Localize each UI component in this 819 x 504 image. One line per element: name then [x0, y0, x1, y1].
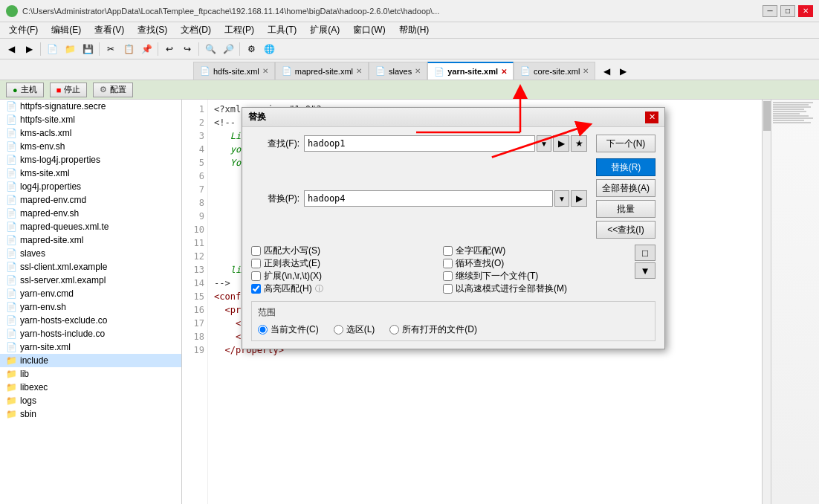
toolbar-open[interactable]: 📁 [62, 41, 78, 57]
find-action-buttons: 下一个(N) [596, 135, 655, 152]
sidebar-item-httpfs-site[interactable]: 📄 httpfs-site.xml [0, 113, 181, 126]
scrollbar-thumb[interactable] [763, 101, 771, 131]
sidebar-item-yarn-site[interactable]: 📄 yarn-site.xml [0, 340, 181, 354]
checkbox-whole-word-input[interactable] [443, 246, 453, 256]
toolbar-back[interactable]: ◀ [3, 41, 19, 57]
dialog-close-button[interactable]: ✕ [645, 112, 658, 123]
find-back-button[interactable]: <<查找(I) [596, 221, 655, 239]
config-button[interactable]: ⚙ 配置 [93, 83, 133, 97]
file-icon: 📄 [6, 329, 17, 339]
minimize-button[interactable]: ─ [763, 5, 777, 17]
find-input[interactable] [304, 135, 535, 152]
batch-button[interactable]: 批量 [596, 200, 655, 218]
sidebar-item-ssl-client[interactable]: 📄 ssl-client.xml.example [0, 260, 181, 274]
toolbar-paste[interactable]: 📌 [138, 41, 155, 57]
replace-button[interactable]: 替换(R) [596, 158, 655, 176]
checkbox-regex-input[interactable] [251, 259, 261, 268]
sidebar-item-ssl-server[interactable]: 📄 ssl-server.xml.exampl [0, 274, 181, 287]
sidebar-item-httpfs-sig[interactable]: 📄 httpfs-signature.secre [0, 100, 181, 113]
toolbar-undo[interactable]: ↩ [161, 41, 178, 57]
tab-yarn-site-close[interactable]: ✕ [501, 68, 507, 76]
sidebar-item-slaves[interactable]: 📄 slaves [0, 247, 181, 260]
replace-all-button[interactable]: 全部替换(A) [596, 179, 655, 197]
sidebar-item-log4j[interactable]: 📄 log4j.properties [0, 180, 181, 193]
checkbox-extend-input[interactable] [251, 271, 261, 281]
checkbox-highspeed-input[interactable] [443, 284, 453, 294]
extra-btn-2[interactable]: ▼ [635, 262, 655, 279]
find-arrow-button[interactable]: ▶ [553, 135, 569, 152]
menu-extend[interactable]: 扩展(A) [304, 22, 346, 38]
sidebar-item-kms-log4j[interactable]: 📄 kms-log4j.properties [0, 153, 181, 167]
toolbar-cut[interactable]: ✂ [103, 41, 119, 57]
tab-hdfs-site-close[interactable]: ✕ [262, 67, 268, 75]
checkbox-loop-input[interactable] [443, 259, 453, 268]
host-button[interactable]: ● 主机 [6, 83, 44, 97]
menu-file[interactable]: 文件(F) [3, 22, 44, 38]
menu-window[interactable]: 窗口(W) [347, 22, 391, 38]
toolbar-save[interactable]: 💾 [80, 41, 96, 57]
extra-btn-1[interactable]: □ [635, 245, 655, 261]
menu-project[interactable]: 工程(P) [218, 22, 260, 38]
sidebar-item-kms-env[interactable]: 📄 kms-env.sh [0, 140, 181, 153]
find-star-button[interactable]: ★ [571, 135, 587, 152]
range-title: 范围 [258, 306, 649, 319]
sidebar-item-mapred-site[interactable]: 📄 mapred-site.xml [0, 233, 181, 247]
toolbar-web[interactable]: 🌐 [261, 41, 277, 57]
sidebar-item-kms-site[interactable]: 📄 kms-site.xml [0, 167, 181, 180]
range-selection-radio[interactable] [334, 325, 343, 335]
menu-help[interactable]: 帮助(H) [393, 22, 436, 38]
checkbox-case-input[interactable] [251, 246, 261, 256]
sidebar-item-sbin[interactable]: 📁 sbin [0, 407, 181, 421]
menu-doc[interactable]: 文档(D) [175, 22, 217, 38]
toolbar-forward[interactable]: ▶ [21, 41, 37, 57]
toolbar-redo[interactable]: ↪ [179, 41, 195, 57]
sidebar-item-yarn-hosts-incl[interactable]: 📄 yarn-hosts-include.co [0, 327, 181, 340]
tab-slaves[interactable]: 📄 slaves ✕ [369, 62, 427, 80]
menu-view[interactable]: 查看(V) [88, 22, 130, 38]
tab-mapred-site-label: mapred-site.xml [295, 67, 353, 76]
tab-yarn-site[interactable]: 📄 yarn-site.xml ✕ [427, 62, 514, 80]
stop-button[interactable]: ■ 停止 [50, 83, 88, 97]
sidebar-item-include[interactable]: 📁 include [0, 354, 181, 367]
replace-dropdown-button[interactable]: ▼ [554, 190, 569, 207]
checkbox-next-file-input[interactable] [443, 271, 453, 281]
sidebar-item-yarn-env-sh[interactable]: 📄 yarn-env.sh [0, 300, 181, 314]
tab-core-site-label: core-site.xml [534, 67, 580, 76]
toolbar-settings[interactable]: ⚙ [243, 41, 259, 57]
sidebar-item-mapred-env-sh[interactable]: 📄 mapred-env.sh [0, 207, 181, 220]
sidebar-item-yarn-env-cmd[interactable]: 📄 yarn-env.cmd [0, 287, 181, 300]
sidebar-item-mapred-env-cmd[interactable]: 📄 mapred-env.cmd [0, 193, 181, 207]
tab-mapred-site[interactable]: 📄 mapred-site.xml ✕ [275, 62, 369, 80]
tab-scroll-left[interactable]: ◀ [598, 63, 615, 80]
sidebar-item-yarn-hosts-excl[interactable]: 📄 yarn-hosts-exclude.co [0, 314, 181, 327]
menu-find[interactable]: 查找(S) [132, 22, 173, 38]
toolbar-zoom-in[interactable]: 🔎 [220, 41, 236, 57]
sidebar-item-mapred-queues[interactable]: 📄 mapred-queues.xml.te [0, 220, 181, 233]
find-row: 查找(F): ▼ ▶ ★ 下一个(N) [251, 135, 655, 152]
toolbar-new[interactable]: 📄 [44, 41, 60, 57]
next-button[interactable]: 下一个(N) [596, 135, 655, 152]
sidebar-item-libexec[interactable]: 📁 libexec [0, 381, 181, 394]
range-all-files-radio[interactable] [389, 325, 399, 335]
find-dropdown-button[interactable]: ▼ [537, 135, 551, 152]
tab-core-site[interactable]: 📄 core-site.xml ✕ [514, 62, 595, 80]
tab-slaves-close[interactable]: ✕ [415, 67, 421, 75]
editor-scrollbar[interactable] [762, 100, 771, 504]
tab-core-site-close[interactable]: ✕ [583, 67, 589, 75]
range-current-file-radio[interactable] [258, 325, 268, 335]
checkbox-highlight-input[interactable] [251, 284, 261, 294]
sidebar-item-logs[interactable]: 📁 logs [0, 394, 181, 407]
toolbar-find[interactable]: 🔍 [202, 41, 218, 57]
tab-hdfs-site[interactable]: 📄 hdfs-site.xml ✕ [193, 62, 275, 80]
replace-input[interactable] [304, 190, 553, 207]
tab-scroll-right[interactable]: ▶ [615, 63, 631, 80]
maximize-button[interactable]: □ [780, 5, 795, 17]
tab-mapred-site-close[interactable]: ✕ [356, 67, 362, 75]
toolbar-copy[interactable]: 📋 [120, 41, 137, 57]
menu-tools[interactable]: 工具(T) [262, 22, 302, 38]
replace-arrow-button[interactable]: ▶ [571, 190, 587, 207]
close-button[interactable]: ✕ [798, 5, 813, 17]
sidebar-item-lib[interactable]: 📁 lib [0, 367, 181, 381]
menu-edit[interactable]: 编辑(E) [45, 22, 87, 38]
sidebar-item-kms-acls[interactable]: 📄 kms-acls.xml [0, 126, 181, 140]
